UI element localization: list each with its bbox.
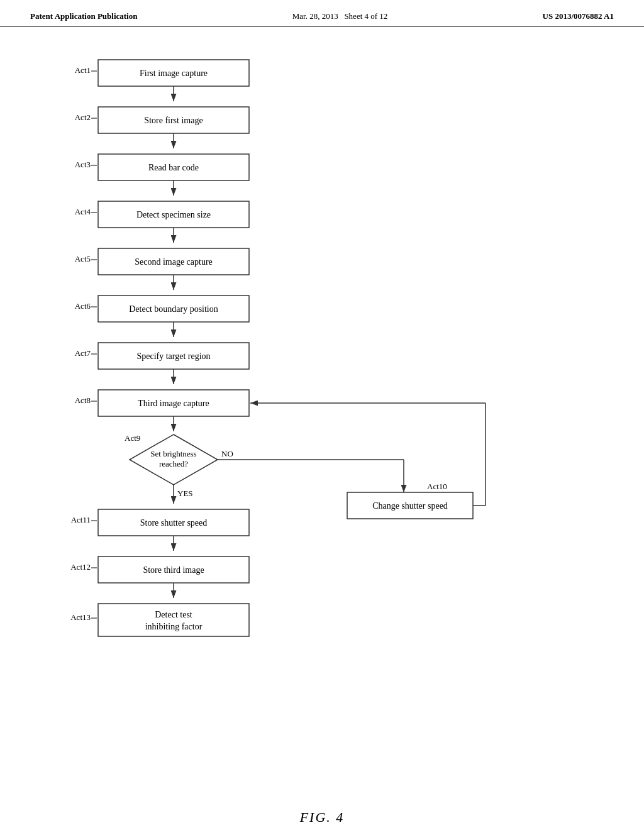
act10-text: Change shutter speed <box>372 501 448 511</box>
header-right: US 2013/0076882 A1 <box>543 11 614 21</box>
act9-label: Act9 <box>125 433 140 443</box>
act2-text: Store first image <box>144 116 203 125</box>
act11-label: Act11 <box>71 515 91 524</box>
act5-text: Second image capture <box>135 257 213 267</box>
act1-text: First image capture <box>140 69 208 78</box>
act9-text2: reached? <box>159 459 188 468</box>
act8-text: Third image capture <box>138 399 209 408</box>
act3-label: Act3 <box>75 160 91 169</box>
act13-label: Act13 <box>70 612 91 622</box>
act5-label: Act5 <box>75 254 91 263</box>
act13-text2: inhibiting factor <box>145 622 203 631</box>
header-center: Mar. 28, 2013 Sheet 4 of 12 <box>292 11 388 21</box>
act3-text: Read bar code <box>148 163 199 172</box>
act12-text: Store third image <box>143 565 204 575</box>
act11-text: Store shutter speed <box>140 518 208 528</box>
flowchart: Act1 First image capture Act2 Store firs… <box>52 52 592 790</box>
act6-text: Detect boundary position <box>129 304 218 314</box>
act2-label: Act2 <box>75 113 91 122</box>
act8-label: Act8 <box>75 396 91 405</box>
header-left: Patent Application Publication <box>30 11 137 21</box>
yes-label: YES <box>177 489 193 498</box>
act6-label: Act6 <box>75 301 91 311</box>
act12-label: Act12 <box>70 562 91 572</box>
no-label: NO <box>221 449 233 458</box>
page-header: Patent Application Publication Mar. 28, … <box>0 0 644 27</box>
act10-label: Act10 <box>427 482 447 491</box>
act1-label: Act1 <box>75 65 91 75</box>
act7-text: Specify target region <box>136 351 210 361</box>
act13-box <box>98 604 249 636</box>
act9-text1: Set brightness <box>150 449 196 458</box>
figure-caption: FIG. 4 <box>300 809 345 826</box>
act7-label: Act7 <box>75 348 91 358</box>
act4-label: Act4 <box>75 207 91 216</box>
diagram-area: Act1 First image capture Act2 Store firs… <box>0 27 644 830</box>
act13-text1: Detect test <box>155 610 192 619</box>
act4-text: Detect specimen size <box>136 210 211 219</box>
flowchart-svg: Act1 First image capture Act2 Store firs… <box>52 52 592 788</box>
